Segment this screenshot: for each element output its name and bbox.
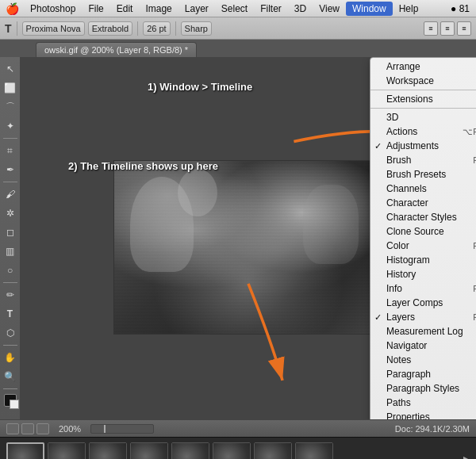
toolbar: ↖ ⬜ ⌒ ✦ ⌗ ✒ 🖌 ✲ ◻ ▥ ○ ✏ T ⬡ ✋ 🔍 — [0, 57, 21, 419]
wand-tool[interactable]: ✦ — [2, 117, 19, 135]
menu-paragraph-styles[interactable]: Paragraph Styles — [370, 381, 476, 396]
actions-shortcut: ⌥F9 — [463, 127, 476, 137]
menu-layer[interactable]: Layer — [178, 2, 215, 16]
pen-tool[interactable]: ✏ — [2, 286, 19, 304]
menu-file[interactable]: File — [82, 2, 109, 16]
battery-status: ● 81 — [451, 3, 470, 14]
menu-bar: 🍎 Photoshop File Edit Image Layer Select… — [0, 0, 476, 17]
tool-type-icon: T — [5, 22, 12, 35]
type-tool[interactable]: T — [2, 305, 19, 323]
layers-shortcut: F7 — [473, 312, 476, 322]
menu-clone-source[interactable]: Clone Source — [370, 224, 476, 239]
stamp-tool[interactable]: ✲ — [2, 205, 19, 222]
status-icon-2[interactable] — [21, 423, 34, 434]
menu-3d[interactable]: 3D — [288, 2, 313, 16]
menu-layers[interactable]: ✓ Layers F7 — [370, 310, 476, 324]
document-tab[interactable]: owski.gif @ 200% (Layer 8, RGB/8) * — [36, 42, 197, 57]
status-icon-1[interactable] — [6, 423, 19, 434]
move-tool[interactable]: ↖ — [2, 60, 19, 78]
film-frame-2[interactable]: 0.0c — [48, 442, 86, 460]
crop-tool[interactable]: ⌗ — [2, 142, 19, 159]
color-shortcut: F6 — [473, 241, 476, 251]
divider-1 — [370, 90, 476, 90]
divider-2 — [370, 108, 476, 109]
menu-actions[interactable]: Actions ⌥F9 — [370, 124, 476, 139]
canvas-area: 1) Window > Timeline 2) The Timeline sho… — [21, 57, 476, 419]
eyedropper-tool[interactable]: ✒ — [2, 161, 19, 178]
align-center-icon[interactable]: ≡ — [440, 21, 455, 36]
adjustments-check: ✓ — [374, 141, 382, 151]
menu-select[interactable]: Select — [215, 2, 254, 16]
menu-layer-comps[interactable]: Layer Comps — [370, 296, 476, 310]
menu-extensions[interactable]: Extensions ▶ — [370, 92, 476, 106]
status-icon-3[interactable] — [36, 423, 49, 434]
film-frame-6[interactable]: 0.0c — [213, 442, 251, 460]
foreground-color[interactable] — [4, 394, 17, 407]
lasso-tool[interactable]: ⌒ — [2, 98, 19, 116]
menu-arrange[interactable]: Arrange ▶ — [370, 59, 476, 74]
menu-adjustments[interactable]: ✓ Adjustments — [370, 139, 476, 153]
menu-filter[interactable]: Filter — [254, 2, 288, 16]
main-area: ↖ ⬜ ⌒ ✦ ⌗ ✒ 🖌 ✲ ◻ ▥ ○ ✏ T ⬡ ✋ 🔍 — [0, 57, 476, 419]
film-frame-8[interactable]: 0.0c — [295, 442, 333, 460]
menu-paragraph[interactable]: Paragraph — [370, 367, 476, 381]
annotation-window-timeline: 1) Window > Timeline — [148, 81, 252, 93]
eraser-tool[interactable]: ◻ — [2, 224, 19, 241]
brush-shortcut: F5 — [473, 155, 476, 165]
blur-tool[interactable]: ○ — [2, 262, 19, 279]
zoom-tool[interactable]: 🔍 — [2, 368, 19, 385]
menu-image[interactable]: Image — [139, 2, 178, 16]
menu-brush-presets[interactable]: Brush Presets — [370, 167, 476, 182]
apple-logo[interactable]: 🍎 — [0, 2, 24, 15]
menu-character[interactable]: Character — [370, 196, 476, 210]
menu-measurement-log[interactable]: Measurement Log — [370, 324, 476, 339]
menu-brush[interactable]: Brush F5 — [370, 153, 476, 167]
menu-navigator[interactable]: Navigator — [370, 339, 476, 353]
marquee-tool[interactable]: ⬜ — [2, 79, 19, 97]
timeline-scrubber[interactable] — [90, 424, 154, 434]
menu-photoshop[interactable]: Photoshop — [24, 2, 82, 16]
align-left-icon[interactable]: ≡ — [424, 21, 438, 36]
film-frame-1[interactable]: 0.0c — [6, 442, 44, 460]
status-icons — [6, 423, 49, 434]
brush-tool[interactable]: 🖌 — [2, 186, 19, 203]
hand-tool[interactable]: ✋ — [2, 349, 19, 366]
gradient-tool[interactable]: ▥ — [2, 243, 19, 260]
menu-notes[interactable]: Notes — [370, 353, 476, 367]
menu-color[interactable]: Color F6 — [370, 239, 476, 253]
menu-paths[interactable]: Paths — [370, 396, 476, 410]
font-weight-select[interactable]: Extrabold — [88, 21, 132, 36]
film-frame-5[interactable]: 0.0c — [171, 442, 209, 460]
options-bar: T Proxima Nova Extrabold 26 pt Sharp ≡ ≡… — [0, 17, 476, 40]
annotation-timeline-shows: 2) The Timeline shows up here — [68, 160, 218, 172]
arrange-label: Arrange — [386, 61, 420, 72]
align-right-icon[interactable]: ≡ — [457, 21, 471, 36]
menu-info[interactable]: Info F8 — [370, 281, 476, 296]
workspace-label: Workspace — [386, 75, 434, 86]
menu-help[interactable]: Help — [393, 2, 425, 16]
menu-window[interactable]: Window — [346, 2, 393, 16]
font-size-input[interactable]: 26 pt — [143, 21, 170, 36]
menu-workspace[interactable]: Workspace ▶ — [370, 74, 476, 88]
menu-properties[interactable]: Properties — [370, 410, 476, 419]
menu-channels[interactable]: Channels — [370, 182, 476, 196]
menu-3d[interactable]: 3D — [370, 110, 476, 124]
menu-edit[interactable]: Edit — [110, 2, 140, 16]
menu-history[interactable]: History — [370, 267, 476, 281]
menu-view[interactable]: View — [313, 2, 346, 16]
menu-character-styles[interactable]: Character Styles — [370, 210, 476, 224]
filmstrip-label: ▶ — [463, 454, 470, 459]
layers-check: ✓ — [374, 312, 382, 323]
tab-bar: owski.gif @ 200% (Layer 8, RGB/8) * — [0, 40, 476, 57]
status-bar: 200% Doc: 294.1K/2.30M — [0, 419, 476, 437]
path-tool[interactable]: ⬡ — [2, 324, 19, 342]
filmstrip-controls: ▶ — [463, 454, 470, 459]
film-frame-4[interactable]: 0.0c — [130, 442, 168, 460]
aa-select[interactable]: Sharp — [181, 21, 212, 36]
info-shortcut: F8 — [473, 284, 476, 293]
font-family-select[interactable]: Proxima Nova — [22, 21, 85, 36]
menu-histogram[interactable]: Histogram — [370, 253, 476, 267]
film-frame-7[interactable]: 0.0c — [254, 442, 292, 460]
zoom-level: 200% — [59, 424, 81, 434]
film-frame-3[interactable]: 0.0c — [89, 442, 127, 460]
